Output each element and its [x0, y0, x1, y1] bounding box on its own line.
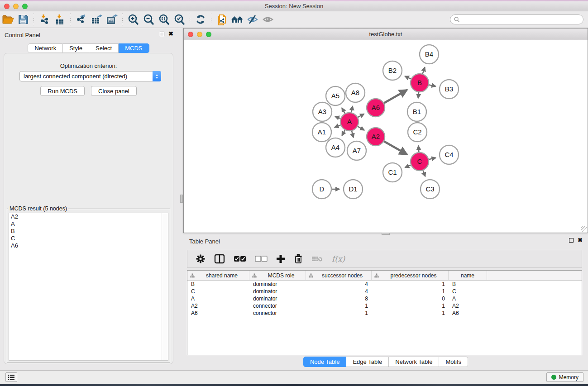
memory-button[interactable]: Memory	[546, 372, 583, 382]
deselect-all-checkboxes-icon[interactable]	[255, 255, 268, 262]
column-header-shared-name[interactable]: shared name	[187, 271, 249, 280]
function-builder-icon[interactable]: f(x)	[332, 254, 345, 263]
column-header-name[interactable]: name	[449, 271, 487, 280]
edge-A-A6[interactable]	[358, 114, 364, 117]
zoom-out-icon[interactable]	[141, 13, 156, 26]
table-cell[interactable]: A	[449, 295, 487, 302]
edge-C-C1[interactable]	[405, 165, 411, 167]
edge-B-B1[interactable]	[418, 92, 419, 98]
table-cell[interactable]: connector	[249, 303, 306, 309]
table-cell[interactable]: A6	[449, 310, 487, 316]
table-cell[interactable]: 4	[306, 281, 372, 287]
edge-A6-B[interactable]	[384, 90, 407, 103]
select-all-checkboxes-icon[interactable]	[234, 255, 246, 262]
tab-network-table[interactable]: Network Table	[389, 357, 439, 367]
table-cell[interactable]: 4	[306, 288, 372, 295]
table-row[interactable]: Cdominator41C	[187, 288, 582, 295]
criterion-dropdown[interactable]: largest connected component (directed) ▲…	[19, 71, 161, 81]
table-cell[interactable]: dominator	[249, 288, 306, 295]
edge-C-C3[interactable]	[423, 171, 425, 176]
edge-A-A8[interactable]	[351, 106, 353, 112]
mcds-result-item[interactable]: A2	[9, 213, 168, 220]
edge-B-B3[interactable]	[429, 85, 436, 86]
close-panel-icon[interactable]: ✖	[168, 32, 173, 36]
table-row[interactable]: Bdominator41B	[187, 281, 582, 288]
splitter-handle-horizontal[interactable]	[382, 233, 390, 235]
open-file-icon[interactable]	[0, 13, 15, 26]
tab-style[interactable]: Style	[63, 43, 89, 53]
close-panel-button[interactable]: Close panel	[91, 86, 137, 96]
column-header-predecessor-nodes[interactable]: predecessor nodes	[372, 271, 449, 280]
edge-B-B4[interactable]	[423, 67, 425, 74]
edge-A-A1[interactable]	[335, 125, 340, 127]
hide-graphics-icon[interactable]	[245, 13, 260, 26]
table-cell[interactable]: B	[187, 281, 249, 287]
tab-mcds[interactable]: MCDS	[119, 43, 149, 53]
export-network-icon[interactable]	[73, 13, 89, 26]
mcds-result-item[interactable]: A6	[9, 242, 168, 249]
delete-trash-icon[interactable]	[294, 254, 303, 264]
search-input[interactable]	[460, 15, 583, 24]
column-header-MCDS-role[interactable]: MCDS role	[249, 271, 306, 280]
table-cell[interactable]: 0	[372, 295, 449, 302]
result-scrollbar[interactable]	[162, 213, 168, 360]
delete-table-icon[interactable]	[311, 255, 323, 263]
network-canvas[interactable]: B4B2BB3A8A5A6A3B1AA1C2A2A4A7C4CC1C3DD1	[184, 40, 588, 233]
edge-A-A3[interactable]	[335, 116, 340, 118]
table-cell[interactable]: C	[449, 288, 487, 295]
tab-node-table[interactable]: Node Table	[303, 357, 347, 367]
add-column-plus-icon[interactable]	[276, 254, 285, 263]
import-table-icon[interactable]	[52, 13, 67, 26]
table-cell[interactable]: 1	[372, 303, 449, 309]
mcds-result-item[interactable]: C	[9, 235, 168, 242]
zoom-selected-icon[interactable]	[172, 13, 187, 26]
table-row[interactable]: A2connector11A2	[187, 302, 582, 310]
float-table-panel-icon[interactable]	[569, 238, 574, 243]
show-eye-icon[interactable]	[260, 13, 276, 26]
export-image-icon[interactable]	[104, 13, 120, 26]
table-cell[interactable]: A2	[187, 303, 249, 309]
resize-grip-icon[interactable]	[581, 226, 587, 232]
table-cell[interactable]: 1	[372, 310, 449, 316]
import-network-icon[interactable]	[37, 13, 52, 26]
table-cell[interactable]: 1	[306, 303, 372, 309]
table-cell[interactable]: 1	[372, 281, 449, 287]
edge-A-A2[interactable]	[358, 126, 364, 130]
tab-edge-table[interactable]: Edge Table	[346, 357, 389, 367]
table-settings-gear-icon[interactable]	[196, 254, 206, 264]
edge-A-A5[interactable]	[342, 108, 345, 113]
save-session-icon[interactable]	[15, 13, 31, 26]
mcds-result-item[interactable]: A	[9, 220, 168, 228]
table-cell[interactable]: dominator	[249, 295, 306, 302]
edge-B-B2[interactable]	[405, 76, 411, 79]
tab-motifs[interactable]: Motifs	[439, 357, 468, 367]
splitter-handle-vertical[interactable]	[180, 195, 183, 203]
tab-select[interactable]: Select	[89, 43, 119, 53]
table-cell[interactable]: A6	[187, 310, 249, 316]
column-layout-icon[interactable]	[214, 254, 225, 264]
export-table-icon[interactable]	[89, 13, 104, 26]
refresh-icon[interactable]	[193, 13, 208, 26]
tab-network[interactable]: Network	[28, 43, 63, 53]
task-history-list-icon[interactable]	[5, 372, 17, 382]
table-cell[interactable]: 1	[306, 310, 372, 316]
float-panel-icon[interactable]	[160, 32, 164, 36]
edge-A-A7[interactable]	[352, 131, 354, 138]
table-cell[interactable]: dominator	[249, 281, 306, 287]
table-cell[interactable]: B	[449, 281, 487, 287]
edge-C-C4[interactable]	[429, 158, 435, 160]
edge-A2-C[interactable]	[384, 141, 407, 154]
column-header-successor-nodes[interactable]: successor nodes	[306, 271, 372, 280]
table-cell[interactable]: connector	[249, 310, 306, 316]
zoom-in-icon[interactable]	[125, 13, 141, 26]
run-mcds-button[interactable]: Run MCDS	[40, 86, 85, 96]
edge-A-A4[interactable]	[342, 130, 345, 135]
close-table-panel-icon[interactable]: ✖	[578, 238, 583, 243]
table-cell[interactable]: C	[187, 288, 249, 295]
table-cell[interactable]: 8	[306, 295, 372, 302]
zoom-fit-icon[interactable]	[156, 13, 172, 26]
mcds-result-item[interactable]: B	[9, 228, 168, 235]
new-network-icon[interactable]	[214, 13, 229, 26]
table-cell[interactable]: A	[187, 295, 249, 302]
cybrowser-home-icon[interactable]	[229, 13, 245, 26]
